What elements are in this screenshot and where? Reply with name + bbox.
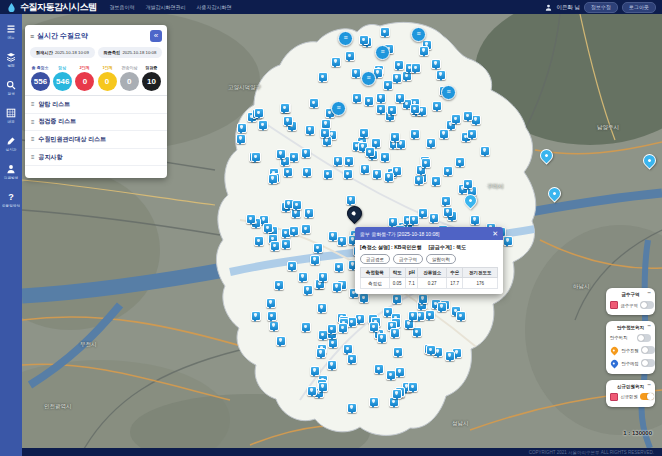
station-marker[interactable] (451, 114, 461, 124)
station-marker[interactable] (392, 389, 402, 399)
station-marker[interactable] (283, 116, 293, 126)
station-marker[interactable] (276, 149, 286, 159)
station-marker[interactable] (480, 146, 490, 156)
station-marker[interactable] (410, 129, 420, 139)
station-marker[interactable] (289, 226, 299, 236)
station-marker[interactable] (274, 280, 284, 290)
collapse-icon[interactable]: − (647, 290, 651, 296)
station-marker[interactable] (360, 164, 370, 174)
map-canvas[interactable]: 고양시덕양구구리시남양주시하남시성남시부천시인천광역시 ≡≡≡≡≡≡ ≡ 실시간… (22, 14, 662, 448)
station-marker[interactable] (237, 123, 247, 133)
station-marker[interactable] (376, 93, 386, 103)
station-marker[interactable] (318, 72, 328, 82)
station-marker[interactable] (268, 174, 278, 184)
station-marker[interactable] (276, 336, 286, 346)
station-marker[interactable] (317, 303, 327, 313)
station-marker[interactable] (431, 176, 441, 186)
sidebar-item-legend[interactable]: 범례 (0, 47, 22, 72)
station-marker[interactable] (429, 213, 439, 223)
station-marker[interactable] (310, 366, 320, 376)
station-marker[interactable] (386, 370, 396, 380)
sidebar-item-basemap[interactable]: 배경 (0, 103, 22, 128)
station-marker[interactable] (331, 57, 341, 67)
station-marker[interactable] (470, 215, 480, 225)
station-marker[interactable] (251, 152, 261, 162)
station-marker[interactable] (387, 105, 397, 115)
station-marker[interactable] (426, 138, 436, 148)
station-marker[interactable] (346, 195, 356, 205)
station-marker[interactable] (347, 354, 357, 364)
toggle-급수구역[interactable] (640, 301, 654, 309)
sidebar-item-civil[interactable]: 민원발생 (0, 159, 22, 184)
station-marker[interactable] (351, 68, 361, 78)
station-marker[interactable] (347, 403, 357, 413)
station-marker[interactable] (380, 152, 390, 162)
station-marker[interactable] (251, 311, 261, 321)
station-marker[interactable] (352, 93, 362, 103)
station-marker[interactable] (503, 236, 513, 246)
station-marker[interactable] (287, 261, 297, 271)
station-marker[interactable] (443, 207, 453, 217)
cluster-marker[interactable]: ≡ (361, 71, 376, 86)
station-marker[interactable] (409, 215, 419, 225)
station-marker[interactable] (304, 208, 314, 218)
station-marker[interactable] (463, 179, 473, 189)
list-item-수질민원관리대상 리스트[interactable]: ≡수질민원관리대상 리스트 (25, 131, 167, 149)
station-marker[interactable] (418, 294, 428, 304)
station-marker[interactable] (267, 311, 277, 321)
station-marker[interactable] (390, 328, 400, 338)
station-marker[interactable] (301, 148, 311, 158)
station-marker[interactable] (345, 51, 355, 61)
station-marker[interactable] (301, 322, 311, 332)
station-marker[interactable] (432, 101, 442, 111)
station-marker[interactable] (332, 282, 342, 292)
cluster-marker[interactable]: ≡ (338, 31, 353, 46)
station-marker[interactable] (374, 364, 384, 374)
station-marker[interactable] (439, 129, 449, 139)
station-marker[interactable] (318, 272, 328, 282)
toggle-단수진행[interactable] (641, 346, 655, 354)
close-icon[interactable]: ✕ (492, 227, 498, 240)
station-marker[interactable] (395, 93, 405, 103)
sidebar-item-realtime[interactable]: 실시간 (0, 131, 22, 156)
station-marker[interactable] (411, 63, 421, 73)
station-marker[interactable] (364, 96, 374, 106)
sidebar-item-search[interactable]: 검색 (0, 75, 22, 100)
station-marker[interactable] (246, 214, 256, 224)
station-marker[interactable] (302, 167, 312, 177)
station-marker[interactable] (408, 382, 418, 392)
alarm-history-button[interactable]: 알람이력 (426, 254, 456, 264)
station-marker[interactable] (359, 293, 369, 303)
toggle-신규민원[interactable] (640, 393, 654, 401)
station-marker[interactable] (463, 111, 473, 121)
station-marker[interactable] (289, 152, 299, 162)
collapse-icon[interactable]: − (647, 323, 651, 329)
station-marker[interactable] (441, 196, 451, 206)
station-marker[interactable] (343, 169, 353, 179)
water-zone-button[interactable]: 급수구역 (393, 254, 423, 264)
station-marker[interactable] (372, 169, 382, 179)
station-marker[interactable] (263, 223, 273, 233)
station-marker[interactable] (254, 236, 264, 246)
toggle-단수위치[interactable] (637, 334, 651, 342)
toggle-단수예정[interactable] (641, 359, 655, 367)
station-marker[interactable] (392, 294, 402, 304)
station-marker[interactable] (380, 27, 390, 37)
cluster-marker[interactable]: ≡ (441, 85, 456, 100)
list-item-알람 리스트[interactable]: ≡알람 리스트 (25, 96, 167, 114)
station-marker[interactable] (410, 104, 420, 114)
station-marker[interactable] (443, 166, 453, 176)
station-marker[interactable] (334, 262, 344, 272)
station-marker[interactable] (418, 208, 428, 218)
station-marker[interactable] (421, 158, 431, 168)
station-marker[interactable] (328, 231, 338, 241)
station-marker[interactable] (359, 35, 369, 45)
station-marker[interactable] (393, 347, 403, 357)
station-marker[interactable] (327, 360, 337, 370)
station-marker[interactable] (320, 128, 330, 138)
list-item-공지사항[interactable]: ≡공지사항 (25, 149, 167, 167)
station-marker[interactable] (266, 298, 276, 308)
menu-item-user-screen[interactable]: 사용자감시화면 (197, 4, 232, 10)
station-marker[interactable] (270, 241, 280, 251)
station-marker[interactable] (318, 382, 328, 392)
